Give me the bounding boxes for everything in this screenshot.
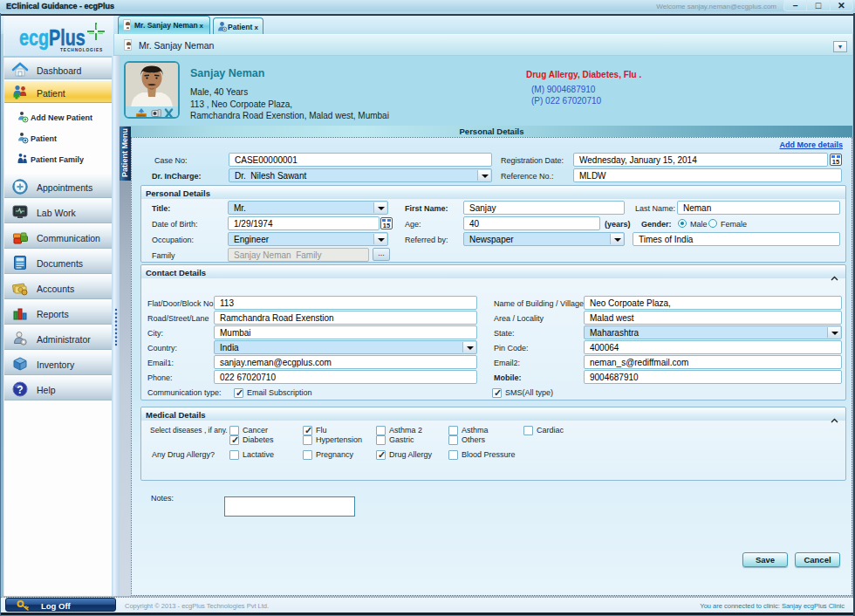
svg-text:?: ? bbox=[17, 384, 23, 396]
